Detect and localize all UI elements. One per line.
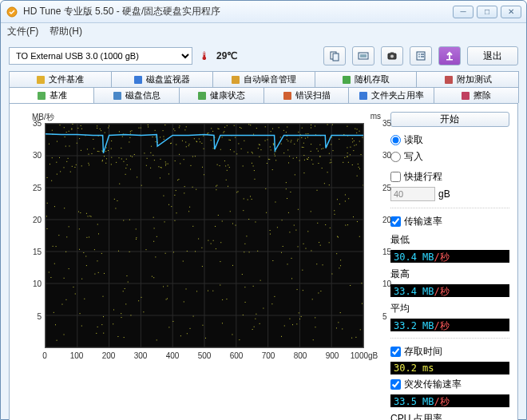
svg-rect-376 (347, 224, 348, 225)
svg-rect-254 (115, 208, 116, 208)
svg-rect-476 (128, 282, 129, 283)
svg-rect-551 (167, 298, 168, 299)
transfer-rate-option[interactable]: 传输速率 (390, 215, 509, 228)
copy-screenshot-button[interactable] (352, 46, 374, 65)
tab-磁盘信息[interactable]: 磁盘信息 (93, 87, 179, 103)
save-button[interactable] (438, 46, 461, 65)
save-screenshot-button[interactable] (381, 46, 403, 65)
svg-rect-80 (125, 174, 126, 175)
svg-rect-580 (333, 150, 334, 151)
svg-rect-598 (245, 302, 246, 303)
burst-rate-option[interactable]: 突发传输速率 (390, 378, 509, 391)
write-option[interactable]: 写入 (390, 150, 509, 164)
svg-rect-432 (69, 131, 69, 132)
svg-rect-360 (49, 144, 50, 145)
svg-rect-111 (229, 140, 230, 141)
tab-基准[interactable]: 基准 (9, 87, 94, 103)
svg-rect-289 (113, 323, 113, 324)
copy-info-button[interactable] (323, 46, 346, 65)
titlebar[interactable]: HD Tune 专业版 5.50 - 硬盘/固态硬盘实用程序 ─ □ ✕ (1, 1, 526, 23)
svg-rect-335 (267, 163, 267, 164)
svg-rect-317 (129, 220, 130, 220)
svg-rect-520 (281, 144, 282, 145)
svg-rect-277 (65, 146, 66, 147)
tab-icon (37, 91, 46, 101)
tab-文件基准[interactable]: 文件基准 (9, 71, 112, 87)
svg-rect-329 (248, 200, 248, 200)
cpu-label: CPU 占用率 (390, 412, 509, 420)
svg-rect-150 (323, 264, 323, 265)
svg-rect-276 (238, 191, 239, 192)
svg-rect-385 (174, 195, 175, 196)
svg-rect-457 (141, 185, 142, 186)
svg-rect-465 (220, 285, 220, 286)
close-button[interactable]: ✕ (501, 6, 521, 18)
svg-rect-227 (316, 149, 317, 149)
svg-rect-52 (259, 144, 260, 145)
svg-rect-567 (195, 156, 196, 157)
svg-rect-152 (357, 129, 358, 129)
options-button[interactable] (410, 46, 432, 65)
svg-rect-363 (218, 129, 219, 129)
svg-rect-373 (339, 139, 339, 140)
menu-help[interactable]: 帮助(H) (50, 25, 82, 38)
tab-自动噪音管理[interactable]: 自动噪音管理 (212, 71, 315, 87)
svg-rect-498 (47, 177, 48, 178)
svg-rect-539 (101, 150, 102, 151)
svg-rect-516 (91, 153, 92, 154)
svg-rect-448 (155, 256, 156, 257)
svg-rect-461 (275, 156, 275, 157)
start-button[interactable]: 开始 (390, 112, 509, 127)
svg-rect-99 (305, 138, 306, 139)
tab-label: 文件夹占用率 (371, 89, 424, 101)
svg-rect-381 (65, 137, 65, 137)
tab-附加测试[interactable]: 附加测试 (416, 71, 519, 87)
svg-rect-11 (421, 53, 424, 54)
device-select[interactable]: TO External USB 3.0 (1000 gB) (9, 47, 192, 65)
svg-rect-253 (288, 162, 289, 163)
tab-错误扫描[interactable]: 错误扫描 (264, 87, 349, 103)
svg-rect-572 (224, 127, 225, 128)
svg-rect-441 (160, 167, 161, 168)
svg-rect-306 (312, 299, 313, 299)
tab-健康状态[interactable]: 健康状态 (179, 87, 264, 103)
tab-随机存取[interactable]: 随机存取 (315, 71, 418, 87)
svg-rect-163 (52, 130, 53, 131)
svg-rect-521 (123, 161, 124, 162)
svg-rect-51 (186, 146, 187, 147)
menu-file[interactable]: 文件(F) (7, 25, 38, 38)
svg-rect-312 (248, 152, 248, 153)
tab-磁盘监视器[interactable]: 磁盘监视器 (111, 71, 214, 87)
svg-rect-451 (236, 153, 237, 154)
svg-rect-270 (143, 311, 144, 312)
tabs: 文件基准磁盘监视器自动噪音管理随机存取附加测试 基准磁盘信息健康状态错误扫描文件… (9, 71, 518, 103)
svg-rect-462 (196, 189, 196, 190)
svg-rect-354 (325, 224, 326, 225)
read-option[interactable]: 读取 (390, 133, 509, 147)
svg-rect-157 (121, 313, 121, 314)
maximize-button[interactable]: □ (477, 6, 497, 18)
svg-rect-7 (390, 53, 394, 54)
svg-rect-571 (287, 263, 288, 264)
svg-rect-173 (302, 147, 303, 148)
svg-rect-447 (215, 226, 216, 227)
x-tick: 600 (230, 351, 244, 360)
svg-rect-418 (248, 219, 249, 220)
tab-文件夹占用率[interactable]: 文件夹占用率 (348, 87, 434, 103)
short-stroke-option[interactable]: 快捷行程 (390, 170, 509, 184)
svg-rect-623 (240, 127, 240, 128)
burst-rate-checkbox[interactable] (390, 379, 401, 390)
svg-rect-271 (319, 145, 320, 145)
svg-rect-328 (52, 157, 53, 158)
tab-擦除[interactable]: 擦除 (434, 87, 519, 103)
access-time-option[interactable]: 存取时间 (390, 345, 509, 359)
svg-rect-213 (71, 129, 72, 129)
exit-button[interactable]: 退出 (467, 46, 518, 65)
svg-rect-599 (321, 149, 322, 149)
minimize-button[interactable]: ─ (453, 6, 474, 18)
avg-label: 平均 (390, 302, 509, 315)
window-title: HD Tune 专业版 5.50 - 硬盘/固态硬盘实用程序 (23, 5, 453, 18)
svg-rect-20 (113, 92, 121, 100)
svg-rect-443 (216, 185, 217, 186)
svg-rect-630 (242, 274, 243, 275)
